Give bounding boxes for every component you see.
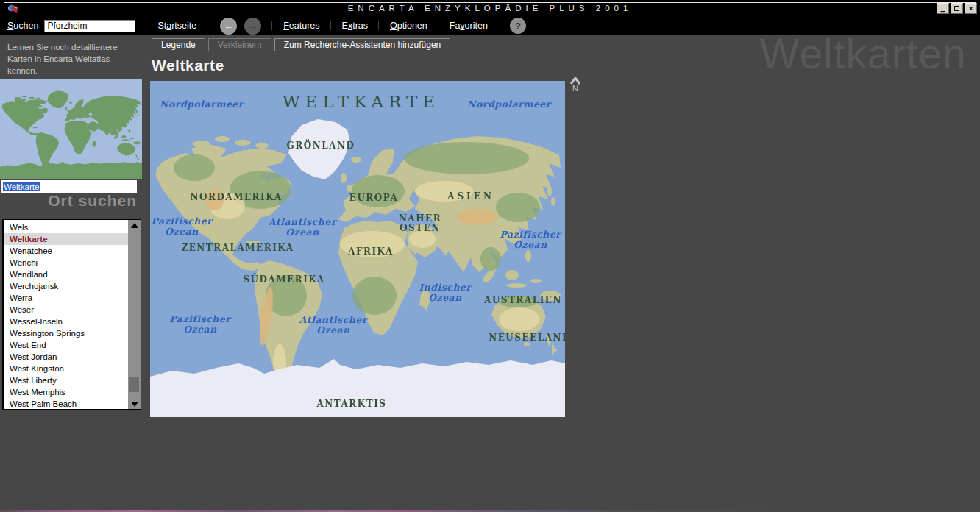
list-item[interactable]: West Palm Beach <box>4 398 128 409</box>
list-item[interactable]: Wels <box>4 221 128 233</box>
help-button[interactable]: ? <box>510 18 526 34</box>
watermark-title: Weltkarten <box>760 29 967 78</box>
page-title: Weltkarte <box>152 57 224 74</box>
list-item[interactable]: West Kingston <box>4 363 128 374</box>
list-item[interactable]: West End <box>4 339 128 351</box>
weltatlas-link[interactable]: Encarta Weltatlas <box>43 54 110 63</box>
north-indicator: N <box>568 77 583 93</box>
list-item[interactable]: Wenchi <box>4 257 128 269</box>
list-scrollbar[interactable] <box>128 220 141 409</box>
minimize-button[interactable]: – <box>937 3 949 14</box>
list-item[interactable]: West Jordan <box>4 351 128 363</box>
list-item[interactable]: West Liberty <box>4 374 128 386</box>
place-search-input[interactable]: Weltkarte <box>1 180 137 193</box>
list-item[interactable]: Wessel-Inseln <box>4 316 128 327</box>
scrollbar-thumb[interactable] <box>129 377 139 392</box>
recherche-assistent-button[interactable]: Zum Recherche-Assistenten hinzufügen <box>274 38 450 51</box>
world-overview-thumbnail[interactable] <box>0 79 142 179</box>
list-item[interactable]: Werra <box>4 292 128 304</box>
list-item[interactable]: Wessington Springs <box>4 327 128 339</box>
back-arrow-icon: ← <box>224 21 233 32</box>
window-frame-highlight <box>4 2 976 3</box>
world-map[interactable]: WELTKARTENordpolarmeerNordpolarmeerGRÖNL… <box>150 81 565 417</box>
scroll-down-icon[interactable] <box>128 399 141 409</box>
list-item[interactable]: Wenatchee <box>4 245 128 257</box>
back-button[interactable]: ← <box>220 18 237 35</box>
forward-arrow-icon: → <box>248 21 258 32</box>
place-search-title: Ort suchen <box>0 192 137 210</box>
list-item[interactable]: Weser <box>4 304 128 316</box>
verkleinern-button: Verkleinern <box>208 38 271 51</box>
search-input[interactable] <box>44 20 135 32</box>
list-item[interactable]: Werchojansk <box>4 280 128 292</box>
menu-item-features[interactable]: Features <box>283 21 319 31</box>
map-toolbar: Legende Verkleinern Zum Recherche-Assist… <box>152 38 450 51</box>
close-button[interactable]: × <box>965 3 977 14</box>
world-map-graphic <box>150 81 565 417</box>
north-label: N <box>568 85 583 93</box>
legende-button[interactable]: Legende <box>152 38 205 51</box>
list-item[interactable]: Wendland <box>4 269 128 280</box>
menu-item-favoriten[interactable]: Favoriten <box>450 21 488 31</box>
menu-item-extras[interactable]: Extras <box>342 21 368 31</box>
selected-input-text: Weltkarte <box>3 182 40 191</box>
list-item[interactable]: West Memphis <box>4 386 128 398</box>
title-bar: ENCARTA ENZYKLOPÄDIE PLUS 2001 – × <box>0 0 980 16</box>
search-label: Suchen <box>7 21 38 31</box>
scroll-up-icon[interactable] <box>128 220 141 230</box>
forward-button[interactable]: → <box>244 18 261 35</box>
menu-item-startseite[interactable]: Startseite <box>157 21 196 31</box>
restore-button[interactable] <box>951 3 963 14</box>
weltatlas-promo-text: Lernen Sie noch detailliertere Karten in… <box>7 41 141 77</box>
list-item[interactable]: Weltkarte <box>4 233 128 245</box>
menu-item-optionen[interactable]: Optionen <box>390 21 427 31</box>
encarta-window: ENCARTA ENZYKLOPÄDIE PLUS 2001 – × Suche… <box>0 0 980 512</box>
place-list-items: WelsWeltkarteWenatcheeWenchiWendlandWerc… <box>4 220 128 409</box>
question-mark-icon: ? <box>515 21 521 32</box>
place-list: WelsWeltkarteWenatcheeWenchiWendlandWerc… <box>2 219 141 410</box>
window-title: ENCARTA ENZYKLOPÄDIE PLUS 2001 <box>0 4 980 13</box>
